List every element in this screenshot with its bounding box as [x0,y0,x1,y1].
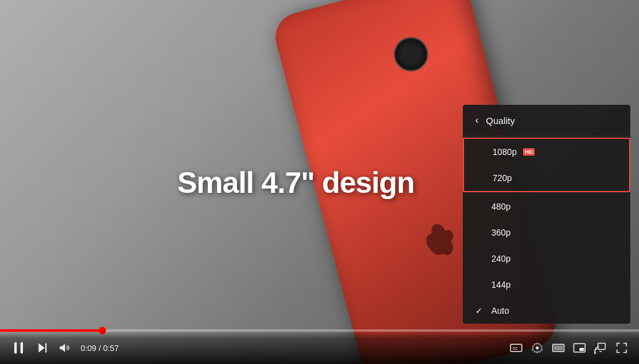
video-player[interactable]: Small 4.7" design [0,0,639,364]
quality-item-144p[interactable]: 144p [463,272,630,298]
svg-rect-0 [14,342,17,353]
svg-rect-11 [579,348,584,351]
next-button[interactable] [34,339,51,357]
cast-button[interactable] [592,339,609,357]
pause-button[interactable] [9,338,29,358]
gear-icon [531,342,543,354]
fullscreen-button[interactable] [613,339,630,357]
quality-item-1080p[interactable]: 1080p HD [464,139,629,165]
quality-label-144p: 144p [491,280,511,290]
quality-label-720p: 720p [493,173,512,183]
svg-marker-2 [38,344,45,353]
svg-rect-9 [554,345,563,350]
quality-selected-group: 1080p HD 720p [463,138,630,192]
svg-point-7 [536,347,539,350]
quality-item-auto[interactable]: ✓ Auto [463,298,630,324]
quality-menu[interactable]: ‹ Quality 1080p HD 720p 480p 360p [463,105,630,324]
miniplayer-icon [573,342,586,354]
current-time: 0:09 [81,344,96,353]
quality-menu-title: Quality [486,115,515,126]
cast-icon [594,342,607,354]
controls-bar: 0:09 / 0:57 CC [0,332,639,364]
quality-label-auto: Auto [491,306,509,316]
quality-menu-header[interactable]: ‹ Quality [463,105,630,136]
theater-button[interactable] [550,339,567,357]
theater-icon [552,342,565,354]
quality-item-240p[interactable]: 240p [463,246,630,272]
checkmark-auto: ✓ [475,306,486,316]
right-controls: CC [507,339,630,357]
settings-button[interactable] [529,339,546,357]
volume-button[interactable] [56,339,73,357]
cc-icon: CC [510,342,522,354]
quality-label-1080p: 1080p [493,147,517,157]
total-time: 0:57 [103,344,118,353]
phone-camera [394,37,428,71]
apple-logo-icon [422,223,456,257]
pause-icon [11,340,26,355]
svg-rect-1 [20,342,23,353]
miniplayer-button[interactable] [571,339,588,357]
svg-text:CC: CC [512,347,518,350]
hd-badge: HD [523,148,535,156]
svg-rect-3 [45,344,47,353]
quality-label-360p: 360p [491,228,511,237]
quality-item-720p[interactable]: 720p [464,165,629,191]
time-display: 0:09 / 0:57 [81,344,118,353]
back-arrow-icon: ‹ [475,115,478,126]
quality-item-480p[interactable]: 480p [463,193,630,220]
video-overlay-text: Small 4.7" design [177,165,414,199]
quality-label-480p: 480p [491,202,511,211]
next-icon [36,342,48,354]
cc-button[interactable]: CC [507,339,525,357]
svg-rect-13 [598,344,605,350]
volume-icon [58,342,71,354]
quality-label-240p: 240p [491,254,511,264]
fullscreen-icon [615,342,628,354]
quality-item-360p[interactable]: 360p [463,220,630,246]
svg-point-12 [594,352,596,354]
svg-marker-4 [60,344,65,352]
